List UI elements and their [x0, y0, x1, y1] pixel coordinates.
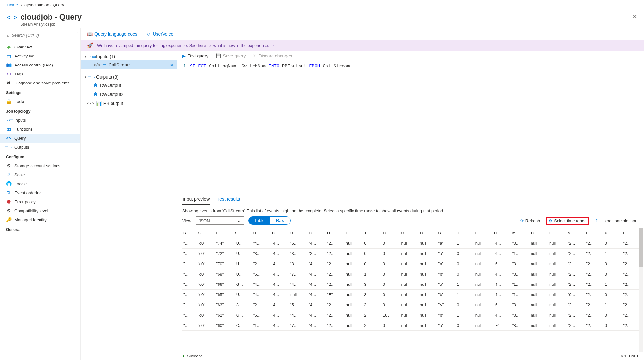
col-header[interactable]: c.. [567, 228, 585, 238]
col-header[interactable]: S.. [196, 228, 215, 238]
tree-output-dw2[interactable]: 🛢 DWOutput2 [81, 90, 177, 99]
cell: null [548, 279, 567, 290]
nav-scale[interactable]: ↗Scale [0, 170, 80, 179]
tree-inputs-group[interactable]: ▼ →▭ Inputs (1) [81, 53, 177, 60]
table-row[interactable]: "..."d0""74""U..."4..."4..."5..."4..."2.… [182, 238, 640, 249]
nav-topology-label: Job topology [0, 106, 80, 116]
collapse-nav-icon[interactable]: « [77, 30, 79, 35]
col-header[interactable]: O.. [492, 228, 511, 238]
table-row[interactable]: "..."d0""65""U..."4..."4...null"4..."F"n… [182, 290, 640, 300]
col-header[interactable]: I.. [474, 228, 493, 238]
table-row[interactable]: "..."d0""68""U..."5..."4..."7..."4..."2.… [182, 269, 640, 279]
col-header[interactable]: S.. [233, 228, 252, 238]
code-editor[interactable]: 1 SELECT CallingNum, SwitchNum INTO PBIo… [177, 61, 644, 70]
table-row[interactable]: "..."d0""72""U..."3..."4..."3..."2..."2.… [182, 249, 640, 259]
nav-tags[interactable]: 🏷Tags [0, 69, 80, 78]
breadcrumb-sep: › [21, 3, 22, 7]
col-header[interactable]: C.. [308, 228, 326, 238]
refresh-button[interactable]: ⟳Refresh [520, 218, 540, 223]
rocket-icon: 🚀 [87, 42, 93, 48]
cell: null [529, 320, 548, 331]
tree-outputs-group[interactable]: ▼ ▭→ Outputs (3) [81, 73, 177, 81]
upload-sample-button[interactable]: ↥Upload sample input [595, 218, 639, 223]
nav-compat[interactable]: ⚙Compatibility level [0, 206, 80, 215]
cell: null [418, 300, 437, 310]
col-header[interactable]: F.. [215, 228, 234, 238]
docs-link[interactable]: 📖Query language docs [87, 31, 137, 37]
nav-outputs[interactable]: ▭→Outputs [0, 143, 80, 152]
cell: "0... [567, 290, 585, 300]
nav-storage[interactable]: ⚙Storage account settings [0, 161, 80, 170]
cell: "4... [492, 310, 511, 320]
col-header[interactable]: F.. [548, 228, 567, 238]
nav-functions[interactable]: ▦Functions [0, 125, 80, 134]
cell: "1... [252, 320, 271, 331]
view-toggle[interactable]: Table Raw [248, 216, 291, 225]
col-header[interactable]: T.. [363, 228, 381, 238]
col-header[interactable]: S.. [437, 228, 456, 238]
nav-access-control[interactable]: 👥Access control (IAM) [0, 60, 80, 69]
table-row[interactable]: "..."d0""60""C..."1..."4..."7..."4..."2.… [182, 320, 640, 331]
cell: "2... [308, 249, 326, 259]
cell: "d0" [196, 279, 215, 290]
col-header[interactable]: D.. [326, 228, 344, 238]
col-header[interactable]: R.. [182, 228, 196, 238]
close-button[interactable]: ✕ [632, 13, 637, 20]
toggle-raw[interactable]: Raw [270, 217, 290, 224]
select-time-range-button[interactable]: ⚙Select time range [546, 217, 589, 225]
breadcrumb-home[interactable]: Home [7, 3, 18, 7]
nav-error-policy[interactable]: ⬣Error policy [0, 197, 80, 206]
tab-test-results[interactable]: Test results [217, 194, 241, 205]
col-header[interactable]: C.. [289, 228, 308, 238]
data-grid-wrap[interactable]: R..S..F..S..C..C..C..C..D..T..T..C..C..C… [177, 228, 644, 352]
tree-output-dw1[interactable]: 🛢 DWOutput [81, 81, 177, 90]
cell: "1... [511, 279, 530, 290]
table-row[interactable]: "..."d0""63""A..."2..."4..."5..."4..."2.… [182, 300, 640, 310]
nav-overview[interactable]: ◆Overview [0, 42, 80, 51]
discard-button[interactable]: ✕Discard changes [253, 53, 292, 58]
cell: "G... [233, 279, 252, 290]
table-row[interactable]: "..."d0""66""G..."4..."4..."4..."4..."2.… [182, 279, 640, 290]
nav-locale[interactable]: 🌐Locale [0, 179, 80, 188]
nav-inputs[interactable]: →▭Inputs [0, 116, 80, 125]
nav-event-ordering[interactable]: ⇅Event ordering [0, 188, 80, 197]
cell: null [529, 300, 548, 310]
scrollbar-thumb[interactable] [639, 228, 643, 267]
left-nav: « ⌕ ◆Overview ▤Activity log 👥Access cont… [0, 28, 81, 360]
nav-diagnose[interactable]: ✖Diagnose and solve problems [0, 78, 80, 87]
nav-identity[interactable]: 🔑Managed Identity [0, 215, 80, 224]
nav-query[interactable]: <>Query [0, 134, 80, 143]
test-query-button[interactable]: ▶Test query [182, 53, 209, 58]
nav-activity-log[interactable]: ▤Activity log [0, 51, 80, 60]
col-header[interactable]: C.. [400, 228, 418, 238]
nav-locks[interactable]: 🔒Locks [0, 97, 80, 106]
banner-text[interactable]: We have revamped the query testing exper… [97, 43, 275, 48]
col-header[interactable]: E.. [585, 228, 604, 238]
table-row[interactable]: "..."d0""70""U..."2..."4..."3..."4..."2.… [182, 259, 640, 269]
table-row[interactable]: "..."d0""62""G..."5..."4..."4..."4..."2.… [182, 310, 640, 320]
cell: 1 [604, 300, 622, 310]
col-header[interactable]: C.. [270, 228, 289, 238]
preview-controls: View JSON ⌄ Table Raw ⟳Refresh ⚙Select t… [177, 215, 644, 228]
tab-input-preview[interactable]: Input preview [182, 194, 210, 205]
toggle-table[interactable]: Table [249, 217, 270, 224]
cell: "4... [270, 259, 289, 269]
col-header[interactable]: C.. [381, 228, 400, 238]
save-query-button[interactable]: 💾Save query [216, 53, 246, 58]
col-header[interactable]: E.. [622, 228, 640, 238]
col-header[interactable]: T.. [455, 228, 474, 238]
uservoice-link[interactable]: ☺UserVoice [146, 31, 173, 37]
tree-output-pbi[interactable]: </> 📊 PBIoutput [81, 99, 177, 108]
view-select[interactable]: JSON ⌄ [196, 216, 244, 225]
col-header[interactable]: C.. [529, 228, 548, 238]
nav-search[interactable]: ⌕ [5, 31, 76, 39]
cell: 3 [363, 290, 381, 300]
cell: "70" [215, 259, 234, 269]
col-header[interactable]: M.. [511, 228, 530, 238]
col-header[interactable]: C.. [418, 228, 437, 238]
search-input[interactable] [12, 33, 76, 38]
col-header[interactable]: T.. [344, 228, 363, 238]
col-header[interactable]: P.. [604, 228, 622, 238]
col-header[interactable]: C.. [252, 228, 271, 238]
tree-input-callstream[interactable]: </> ▤ CallStream 🗎 [81, 60, 177, 69]
